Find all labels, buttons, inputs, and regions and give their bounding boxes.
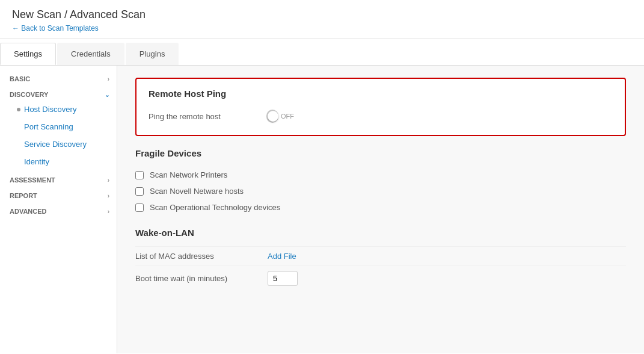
checkbox-scan-novell: Scan Novell Netware hosts <box>135 183 626 199</box>
chevron-right-icon: › <box>108 76 109 82</box>
boot-time-label: Boot time wait (in minutes) <box>135 274 268 283</box>
wake-on-lan-title: Wake-on-LAN <box>135 228 626 238</box>
fragile-devices-title: Fragile Devices <box>135 148 626 158</box>
sidebar-item-port-scanning[interactable]: Port Scanning <box>0 118 117 135</box>
checkbox-scan-network-printers: Scan Network Printers <box>135 167 626 183</box>
sidebar-item-identity[interactable]: Identity <box>0 153 117 170</box>
ping-toggle[interactable]: OFF <box>266 110 294 123</box>
scan-novell-label: Scan Novell Netware hosts <box>150 187 244 196</box>
remote-host-ping-section: Remote Host Ping Ping the remote host OF… <box>135 78 626 136</box>
checkbox-scan-ot: Scan Operational Technology devices <box>135 199 626 216</box>
page-header: New Scan / Advanced Scan ← Back to Scan … <box>0 0 644 39</box>
toggle-track[interactable] <box>266 110 278 123</box>
main-content: Remote Host Ping Ping the remote host OF… <box>117 66 644 353</box>
sidebar-section-basic[interactable]: BASIC › <box>0 69 117 85</box>
sidebar-section-report[interactable]: REPORT › <box>0 186 117 202</box>
ping-remote-host-label: Ping the remote host <box>149 112 257 121</box>
tab-plugins[interactable]: Plugins <box>126 43 179 65</box>
fragile-devices-section: Fragile Devices Scan Network Printers Sc… <box>135 148 626 216</box>
mac-addresses-label: List of MAC addresses <box>135 252 268 261</box>
wake-on-lan-section: Wake-on-LAN List of MAC addresses Add Fi… <box>135 228 626 291</box>
dot-icon <box>17 108 20 111</box>
chevron-right-icon-report: › <box>108 193 109 199</box>
sidebar-item-service-discovery[interactable]: Service Discovery <box>0 135 117 153</box>
back-link[interactable]: ← Back to Scan Templates <box>12 24 99 33</box>
sidebar-item-host-discovery[interactable]: Host Discovery <box>0 101 117 118</box>
remote-host-ping-title: Remote Host Ping <box>149 88 613 99</box>
tab-credentials[interactable]: Credentials <box>57 43 124 65</box>
scan-network-printers-label: Scan Network Printers <box>150 170 227 179</box>
scan-network-printers-checkbox[interactable] <box>135 171 144 179</box>
chevron-right-icon-advanced: › <box>108 208 109 215</box>
main-tabs: Settings Credentials Plugins <box>0 39 644 66</box>
tab-settings[interactable]: Settings <box>0 43 56 65</box>
toggle-thumb <box>268 111 278 122</box>
boot-time-input[interactable] <box>268 271 298 286</box>
boot-time-row: Boot time wait (in minutes) <box>135 266 626 291</box>
chevron-right-icon-assessment: › <box>108 177 109 184</box>
page-title: New Scan / Advanced Scan <box>12 8 632 21</box>
mac-addresses-row: List of MAC addresses Add File <box>135 246 626 266</box>
add-file-link[interactable]: Add File <box>268 252 296 261</box>
scan-novell-checkbox[interactable] <box>135 187 144 196</box>
ping-remote-host-row: Ping the remote host OFF <box>149 107 613 125</box>
scan-ot-checkbox[interactable] <box>135 203 144 212</box>
content-area: BASIC › DISCOVERY ⌄ Host Discovery Port … <box>0 66 644 353</box>
sidebar-section-assessment[interactable]: ASSESSMENT › <box>0 170 117 186</box>
sidebar-section-advanced[interactable]: ADVANCED › <box>0 202 117 217</box>
sidebar-section-discovery[interactable]: DISCOVERY ⌄ <box>0 85 117 101</box>
sidebar: BASIC › DISCOVERY ⌄ Host Discovery Port … <box>0 66 117 353</box>
toggle-off-label: OFF <box>281 113 294 120</box>
scan-ot-label: Scan Operational Technology devices <box>150 203 280 212</box>
chevron-down-icon: ⌄ <box>105 92 109 98</box>
